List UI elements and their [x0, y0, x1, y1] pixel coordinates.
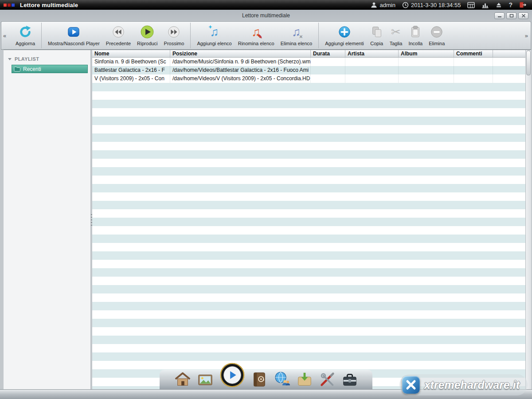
column-header-filler — [493, 50, 525, 57]
cell-artista — [345, 74, 399, 83]
playlist-section-header[interactable]: PLAYLIST — [4, 55, 90, 63]
photos-icon[interactable] — [197, 371, 214, 388]
logo-square-red — [4, 4, 7, 7]
play-icon — [140, 24, 154, 39]
close-button[interactable] — [518, 12, 528, 19]
column-header-album[interactable]: Album — [399, 50, 454, 57]
column-header-posizione[interactable]: Posizione — [170, 50, 311, 57]
add-items-icon — [338, 24, 351, 39]
collapse-arrow-icon — [8, 58, 12, 60]
cell-album — [399, 58, 454, 66]
button-label: Prossimo — [164, 41, 184, 46]
user-icon — [371, 2, 377, 8]
cell-nome: Battlestar Galactica - 2x16 - F — [92, 66, 170, 74]
window-titlebar[interactable]: Lettore multimediale — [0, 10, 532, 21]
next-icon — [167, 24, 180, 39]
watermark-text: xtremehardware.it — [424, 379, 520, 391]
playlist-sidebar: PLAYLIST Recenti — [4, 50, 91, 389]
cell-durata — [311, 66, 345, 74]
cell-filler — [493, 66, 525, 74]
column-header-artista[interactable]: Artista — [345, 50, 399, 57]
sidebar-splitter[interactable] — [91, 50, 92, 389]
copy-icon — [370, 24, 383, 39]
button-label: Aggiorna — [16, 41, 35, 46]
cell-posizione: /dav/home/Videos/V (Visitors 2009) - 2x0… — [170, 74, 311, 83]
toolbar-scroll-left-icon[interactable]: « — [3, 32, 6, 39]
cut-icon: ✂ — [391, 24, 401, 39]
button-label: Copia — [370, 41, 383, 46]
sidebar-item-label: Recenti — [23, 66, 41, 72]
toolbar-group-playback: Mostra/Nascondi Player Precedente Riprod… — [41, 23, 190, 48]
play-button[interactable]: Riproduci — [134, 23, 160, 48]
table-row[interactable]: Sinfonia n. 9 di Beethoven (Sc /dav/home… — [92, 58, 525, 66]
download-icon[interactable] — [296, 371, 313, 388]
cell-durata — [311, 74, 345, 83]
add-playlist-button[interactable]: ♫ + Aggiungi elenco — [194, 23, 235, 48]
dsm-logo — [4, 4, 15, 7]
clock-icon — [402, 2, 409, 8]
add-playlist-icon: ♫ + — [210, 24, 219, 39]
cell-filler — [493, 74, 525, 83]
cell-album — [399, 74, 454, 83]
button-label: Aggiungi elenco — [197, 41, 231, 46]
paste-icon — [409, 24, 422, 39]
vertical-scrollbar[interactable] — [525, 50, 531, 389]
scissors-glyph: ✂ — [391, 25, 401, 39]
cell-commenti — [454, 74, 493, 83]
cell-commenti — [454, 66, 493, 74]
cut-button[interactable]: ✂ Taglia — [387, 23, 406, 48]
tools-icon[interactable] — [319, 371, 336, 388]
button-label: Incolla — [408, 41, 422, 46]
logout-icon[interactable] — [519, 1, 527, 8]
table-row[interactable]: V (Visitors 2009) - 2x05 - Con /dav/home… — [92, 74, 525, 83]
toolbox-icon[interactable] — [341, 371, 358, 388]
paste-button[interactable]: Incolla — [405, 23, 426, 48]
delete-playlist-button[interactable]: ♫ × Elimina elenco — [278, 23, 316, 48]
playlist-section-label: PLAYLIST — [15, 56, 39, 62]
home-icon[interactable] — [174, 371, 191, 388]
eject-icon[interactable] — [496, 2, 502, 8]
table-body: Sinfonia n. 9 di Beethoven (Sc /dav/home… — [92, 58, 525, 389]
delete-icon — [430, 24, 443, 39]
toolbar-scroll-right-icon[interactable]: » — [525, 32, 528, 39]
next-button[interactable]: Prossimo — [161, 23, 188, 48]
previous-icon — [112, 24, 125, 39]
user-name: admin — [379, 2, 395, 8]
cell-nome: Sinfonia n. 9 di Beethoven (Sc — [92, 58, 170, 66]
previous-button[interactable]: Precedente — [103, 23, 134, 48]
contacts-icon[interactable] — [251, 371, 268, 388]
rename-playlist-button[interactable]: ♫ ✎ Rinomina elenco — [235, 23, 278, 48]
cell-artista — [345, 66, 399, 74]
column-header-nome[interactable]: Nome — [92, 50, 170, 57]
resource-monitor-icon[interactable] — [481, 2, 489, 8]
user-menu[interactable]: admin — [371, 2, 395, 8]
dock — [160, 370, 372, 389]
delete-button[interactable]: Elimina — [426, 23, 448, 48]
button-label: Riproduci — [137, 41, 157, 46]
toolbar-group-refresh: Aggiorna — [9, 23, 41, 48]
media-player-icon[interactable] — [219, 362, 245, 388]
column-header-durata[interactable]: Durata — [311, 50, 345, 57]
table-row[interactable]: Battlestar Galactica - 2x16 - F /dav/hom… — [92, 66, 525, 74]
desktop: Lettore multimediale admin 2011-3-30 18:… — [0, 0, 532, 399]
pilot-view-icon[interactable] — [467, 2, 475, 8]
system-menubar: Lettore multimediale admin 2011-3-30 18:… — [0, 0, 532, 10]
add-items-button[interactable]: Aggiungi elementi — [322, 23, 367, 48]
show-hide-player-button[interactable]: Mostra/Nascondi Player — [45, 23, 103, 48]
button-label: Elimina elenco — [281, 41, 313, 46]
toolbar-group-playlists: ♫ + Aggiungi elenco ♫ ✎ Rinomina elenco … — [190, 23, 318, 48]
copy-button[interactable]: Copia — [367, 23, 387, 48]
cell-filler — [493, 58, 525, 66]
maximize-button[interactable] — [506, 12, 516, 19]
help-icon[interactable]: ? — [509, 1, 512, 8]
scrollbar-thumb[interactable] — [526, 51, 531, 75]
refresh-icon — [19, 24, 32, 39]
cell-artista — [345, 58, 399, 66]
minimize-button[interactable] — [494, 12, 505, 19]
column-header-commenti[interactable]: Commenti — [454, 50, 493, 57]
refresh-button[interactable]: Aggiorna — [12, 23, 38, 48]
sidebar-item-recenti[interactable]: Recenti — [12, 65, 88, 73]
cell-commenti — [454, 58, 493, 66]
toolbar: « Aggiorna Mostra/Nascondi Player — [1, 21, 531, 50]
network-icon[interactable] — [274, 371, 290, 388]
